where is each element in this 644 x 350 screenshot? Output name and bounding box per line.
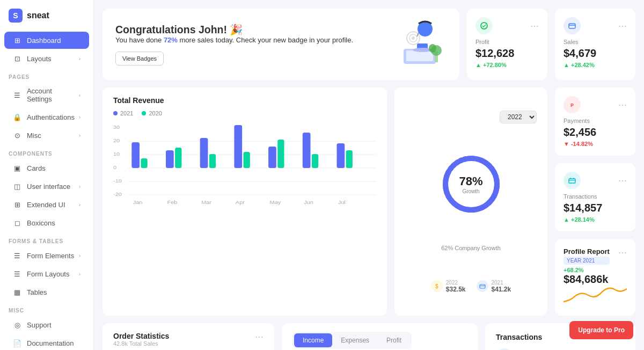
- main-content: Congratulations John! 🎉 You have done 72…: [94, 0, 644, 350]
- metric-card-payments: P ⋯ Payments $2,456 ▼ -14.82%: [555, 88, 635, 156]
- legend-dot-2021: [113, 111, 118, 115]
- revenue-title: Total Revenue: [113, 96, 376, 105]
- sidebar-item-documentation[interactable]: 📄Documentation: [4, 334, 89, 350]
- svg-rect-26: [131, 142, 140, 168]
- sidebar-item-form-elements[interactable]: ☰Form Elements ›: [4, 247, 89, 264]
- profile-report-card: Profile Report YEAR 2021 ⋯ +68.2% $84,68…: [555, 239, 635, 316]
- tab-profit[interactable]: Profit: [378, 333, 410, 347]
- transactions-value: $14,857: [564, 202, 627, 214]
- profile-value: $84,686k: [564, 273, 627, 286]
- svg-rect-2: [406, 50, 433, 61]
- profile-report-year: YEAR 2021: [564, 257, 610, 265]
- svg-text:Feb: Feb: [167, 200, 177, 205]
- layouts-icon: ⊡: [13, 54, 21, 63]
- sales-value: $4,679: [564, 47, 627, 60]
- transactions-change: ▲ +28.14%: [564, 216, 627, 223]
- sidebar-item-misc[interactable]: ⊙Misc ›: [4, 127, 89, 144]
- tab-income[interactable]: Income: [294, 333, 332, 347]
- sales-icon: [564, 17, 581, 34]
- section-misc: MISC: [0, 301, 93, 316]
- ui-icon: ◫: [13, 182, 21, 191]
- growth-stats: $ 2022 $32.5k 2021 $41.2k: [431, 280, 511, 293]
- svg-text:30: 30: [113, 125, 120, 130]
- sidebar-label-dashboard: Dashboard: [27, 37, 61, 45]
- sales-label: Sales: [564, 39, 627, 45]
- transactions-menu[interactable]: ⋯: [618, 176, 627, 186]
- profit-value: $12,628: [475, 47, 539, 60]
- view-badges-button[interactable]: View Badges: [115, 52, 164, 65]
- payments-value: $2,456: [564, 126, 627, 138]
- misc-icon: ⊙: [13, 131, 21, 140]
- svg-rect-36: [303, 133, 311, 168]
- svg-text:Jun: Jun: [304, 200, 313, 205]
- sidebar-item-extended-ui[interactable]: ⊞Extended UI ›: [4, 196, 89, 213]
- svg-text:-20: -20: [113, 192, 122, 197]
- svg-rect-27: [141, 158, 147, 168]
- sales-menu[interactable]: ⋯: [618, 21, 627, 31]
- section-pages: PAGES: [0, 68, 93, 82]
- dashboard-icon: ⊞: [13, 36, 21, 45]
- income-tabs: Income Expenses Profit: [292, 332, 412, 349]
- legend-2020: 2020: [142, 110, 162, 116]
- growth-stat-2022: $ 2022 $32.5k: [431, 280, 466, 293]
- profit-menu[interactable]: ⋯: [530, 21, 539, 31]
- svg-rect-31: [209, 154, 216, 168]
- profile-change: +68.2%: [564, 267, 627, 273]
- revenue-chart: 30 20 10 0 -10 -20: [113, 121, 376, 207]
- sidebar-item-layouts[interactable]: ⊡ Layouts ›: [4, 50, 89, 67]
- svg-rect-39: [346, 150, 353, 168]
- bottom-row: Order Statistics 42.8k Total Sales ⋯ 8,2…: [103, 323, 635, 350]
- sidebar-item-account-settings[interactable]: ☰Account Settings ›: [4, 83, 89, 107]
- account-icon: ☰: [13, 91, 21, 99]
- auth-icon: 🔒: [13, 113, 21, 121]
- sidebar-item-user-interface[interactable]: ◫User interface ›: [4, 178, 89, 195]
- order-stats-menu[interactable]: ⋯: [255, 332, 264, 342]
- svg-text:Mar: Mar: [201, 200, 212, 205]
- metric-card-sales: ⋯ Sales $4,679 ▲ +28.42%: [555, 9, 635, 80]
- growth-stat-2021: 2021 $41.2k: [477, 280, 511, 293]
- mid-row: Total Revenue 2021 2020 30 20 10 0: [103, 88, 635, 316]
- growth-pct: 78%: [459, 174, 482, 188]
- congrats-content: Congratulations John! 🎉 You have done 72…: [115, 24, 353, 65]
- year-select[interactable]: 202220212020: [500, 111, 537, 123]
- sidebar-label-layouts: Layouts: [27, 55, 52, 63]
- svg-point-10: [412, 37, 415, 40]
- sidebar-item-cards[interactable]: ▣Cards: [4, 159, 89, 177]
- transactions-arrow: ▲: [564, 216, 571, 223]
- sidebar-item-form-layouts[interactable]: ☰Form Layouts ›: [4, 265, 89, 282]
- svg-text:0: 0: [113, 165, 117, 170]
- svg-text:Jan: Jan: [133, 200, 143, 205]
- sidebar-logo: S sneat: [0, 9, 93, 31]
- sidebar-item-tables[interactable]: ▦Tables: [4, 283, 89, 301]
- sidebar-item-support[interactable]: ◎Support: [4, 316, 89, 333]
- sales-arrow: ▲: [564, 62, 571, 68]
- svg-text:Jul: Jul: [338, 200, 346, 205]
- payments-menu[interactable]: ⋯: [618, 100, 627, 110]
- svg-text:-10: -10: [113, 178, 122, 184]
- upgrade-to-pro-button[interactable]: Upgrade to Pro: [569, 321, 633, 339]
- layouts-chevron: ›: [79, 56, 80, 62]
- growth-card: 202220212020 78% Growth 62% Company Grow…: [394, 88, 547, 316]
- svg-text:Apr: Apr: [236, 200, 245, 205]
- cards-icon: ▣: [13, 164, 21, 172]
- svg-text:20: 20: [113, 138, 120, 143]
- sidebar-item-authentications[interactable]: 🔒Authentications ›: [4, 108, 89, 126]
- profile-sparkline: [564, 286, 627, 307]
- sidebar-item-dashboard[interactable]: ⊞ Dashboard: [4, 32, 89, 49]
- payments-change: ▼ -14.82%: [564, 141, 627, 147]
- profit-icon: [475, 17, 493, 34]
- svg-rect-38: [337, 143, 345, 168]
- ext-icon: ⊞: [13, 200, 21, 209]
- box-icon: ◻: [13, 218, 21, 227]
- tab-expenses[interactable]: Expenses: [332, 333, 378, 347]
- form-lay-icon: ☰: [13, 269, 21, 278]
- svg-text:P: P: [570, 103, 574, 108]
- order-stats-subtitle: 42.8k Total Sales: [113, 340, 169, 347]
- sidebar-item-boxicons[interactable]: ◻Boxicons: [4, 214, 89, 231]
- growth-lbl: Growth: [459, 188, 482, 194]
- profile-report-menu[interactable]: ⋯: [618, 247, 627, 258]
- sales-change: ▲ +28.42%: [564, 62, 627, 68]
- logo-text: sneat: [27, 11, 49, 20]
- legend-2021: 2021: [113, 110, 133, 116]
- metric-card-profit: ⋯ Profit $12,628 ▲ +72.80%: [467, 9, 547, 80]
